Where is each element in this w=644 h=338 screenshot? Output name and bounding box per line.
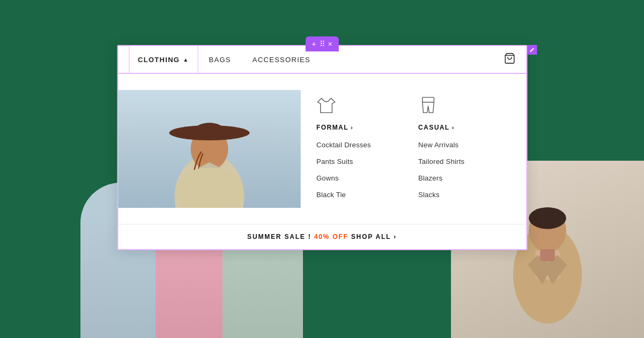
toolbar-add-icon[interactable]: + xyxy=(312,40,316,48)
svg-rect-4 xyxy=(540,249,555,261)
svg-point-3 xyxy=(529,207,566,229)
formal-link-1[interactable]: Cocktail Dresses xyxy=(316,141,386,149)
sale-arrow[interactable]: › xyxy=(394,233,397,241)
casual-link-3[interactable]: Blazers xyxy=(418,174,488,182)
sale-prefix: SUMMER SALE ! xyxy=(247,233,311,241)
nav-bags-label: BAGS xyxy=(209,56,231,64)
casual-link-2[interactable]: Tailored Shirts xyxy=(418,157,488,166)
dropdown-categories: FORMAL › Cocktail Dresses Pants Suits Go… xyxy=(316,90,488,208)
formal-link-2[interactable]: Pants Suits xyxy=(316,157,386,166)
casual-category-column: CASUAL › New Arrivals Tailored Shirts Bl… xyxy=(418,95,488,208)
nav-clothing-label: CLOTHING xyxy=(138,56,180,64)
nav-item-bags[interactable]: BAGS xyxy=(198,46,242,73)
toolbar-move-icon[interactable]: ⠿ xyxy=(320,40,325,48)
casual-link-1[interactable]: New Arrivals xyxy=(418,141,488,149)
nav-clothing-chevron: ▲ xyxy=(183,57,189,63)
dropdown-image xyxy=(118,90,300,208)
toolbar: + ⠿ × xyxy=(305,36,338,51)
edit-icon[interactable] xyxy=(527,45,537,55)
sale-banner: SUMMER SALE ! 40% OFF SHOP ALL › xyxy=(118,224,526,249)
dropdown-content: FORMAL › Cocktail Dresses Pants Suits Go… xyxy=(118,74,526,224)
formal-link-3[interactable]: Gowns xyxy=(316,174,386,182)
sale-suffix[interactable]: SHOP ALL xyxy=(351,233,391,241)
formal-link-4[interactable]: Black Tie xyxy=(316,191,386,199)
svg-rect-10 xyxy=(422,97,434,102)
casual-title: CASUAL › xyxy=(418,124,488,131)
cart-icon[interactable] xyxy=(504,52,515,67)
nav-item-clothing[interactable]: CLOTHING ▲ xyxy=(129,46,198,73)
casual-icon xyxy=(418,95,488,117)
sale-highlight: 40% OFF xyxy=(314,233,351,241)
nav-accessories-label: ACCESSORIES xyxy=(253,56,310,64)
toolbar-close-icon[interactable]: × xyxy=(328,40,332,48)
formal-title: FORMAL › xyxy=(316,124,386,131)
woman-silhouette xyxy=(118,90,300,208)
formal-icon xyxy=(316,95,386,117)
casual-link-4[interactable]: Slacks xyxy=(418,191,488,199)
popup-container: CLOTHING ▲ BAGS ACCESSORIES xyxy=(117,45,527,250)
formal-category-column: FORMAL › Cocktail Dresses Pants Suits Go… xyxy=(316,95,386,208)
